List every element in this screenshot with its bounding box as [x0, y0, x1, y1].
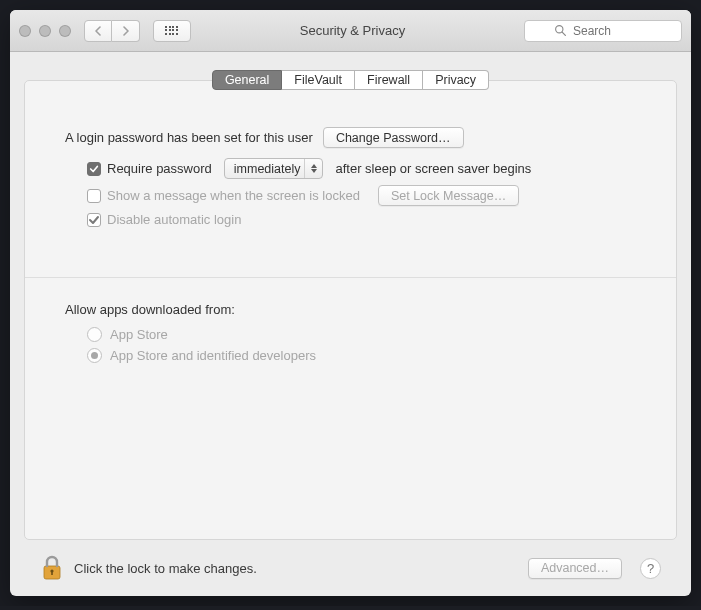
- allow-apps-appstore-row: App Store: [87, 327, 636, 342]
- login-password-label: A login password has been set for this u…: [65, 130, 313, 145]
- lock-icon[interactable]: [40, 554, 64, 582]
- allow-apps-title: Allow apps downloaded from:: [65, 302, 636, 317]
- preferences-window: Security & Privacy General FileVault Fir…: [10, 10, 691, 596]
- allow-apps-identified-row: App Store and identified developers: [87, 348, 636, 363]
- search-input[interactable]: [524, 20, 682, 42]
- require-password-label-post: after sleep or screen saver begins: [335, 161, 531, 176]
- tabs: General FileVault Firewall Privacy: [24, 70, 677, 90]
- svg-rect-4: [51, 572, 53, 576]
- search-icon: [554, 24, 567, 37]
- show-lock-message-checkbox[interactable]: [87, 189, 101, 203]
- forward-button[interactable]: [112, 20, 140, 42]
- require-password-checkbox[interactable]: [87, 162, 101, 176]
- search-wrap: [524, 20, 682, 42]
- disable-auto-login-checkbox[interactable]: [87, 213, 101, 227]
- footer: Click the lock to make changes. Advanced…: [24, 540, 677, 596]
- general-panel: A login password has been set for this u…: [24, 80, 677, 540]
- login-password-row: A login password has been set for this u…: [65, 127, 636, 148]
- set-lock-message-button: Set Lock Message…: [378, 185, 519, 206]
- advanced-button[interactable]: Advanced…: [528, 558, 622, 579]
- require-password-label-pre: Require password: [107, 161, 212, 176]
- change-password-button[interactable]: Change Password…: [323, 127, 464, 148]
- close-button[interactable]: [19, 25, 31, 37]
- help-button[interactable]: ?: [640, 558, 661, 579]
- tab-filevault[interactable]: FileVault: [282, 70, 355, 90]
- show-all-button[interactable]: [153, 20, 191, 42]
- require-password-delay-value: immediately: [234, 162, 301, 176]
- divider: [25, 277, 676, 278]
- back-button[interactable]: [84, 20, 112, 42]
- show-lock-message-row: Show a message when the screen is locked…: [87, 185, 636, 206]
- updown-icon: [304, 159, 322, 178]
- allow-apps-identified-radio: [87, 348, 102, 363]
- chevron-right-icon: [121, 26, 130, 36]
- checkmark-icon: [89, 164, 99, 174]
- allow-apps-identified-label: App Store and identified developers: [110, 348, 316, 363]
- minimize-button[interactable]: [39, 25, 51, 37]
- zoom-button[interactable]: [59, 25, 71, 37]
- tab-privacy[interactable]: Privacy: [423, 70, 489, 90]
- show-lock-message-label: Show a message when the screen is locked: [107, 188, 360, 203]
- tab-firewall[interactable]: Firewall: [355, 70, 423, 90]
- traffic-lights: [19, 25, 71, 37]
- disable-auto-login-label: Disable automatic login: [107, 212, 241, 227]
- content: General FileVault Firewall Privacy A log…: [10, 52, 691, 596]
- allow-apps-appstore-label: App Store: [110, 327, 168, 342]
- titlebar: Security & Privacy: [10, 10, 691, 52]
- allow-apps-appstore-radio: [87, 327, 102, 342]
- window-title: Security & Privacy: [198, 23, 517, 38]
- disable-auto-login-row: Disable automatic login: [87, 212, 636, 227]
- require-password-row: Require password immediately after sleep…: [87, 158, 636, 179]
- tab-general[interactable]: General: [212, 70, 282, 90]
- nav-group: [84, 20, 140, 42]
- lock-text: Click the lock to make changes.: [74, 561, 257, 576]
- svg-line-1: [562, 32, 565, 35]
- checkmark-icon: [88, 214, 100, 226]
- grid-icon: [165, 26, 179, 36]
- require-password-delay-select[interactable]: immediately: [224, 158, 324, 179]
- chevron-left-icon: [94, 26, 103, 36]
